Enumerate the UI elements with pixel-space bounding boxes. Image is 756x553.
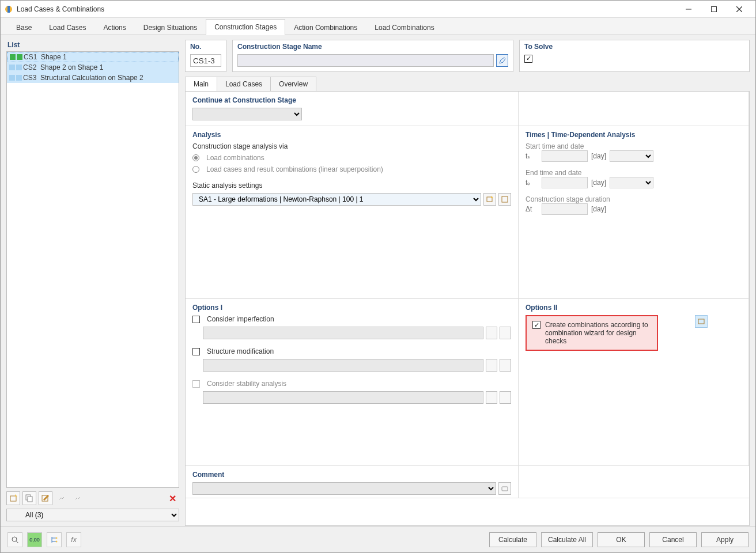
dtab-main[interactable]: Main [185,77,217,91]
stage-list[interactable]: CS1 Shape 1 CS2 Shape 2 on Shape 1 CS3 S… [6,51,179,488]
svg-rect-14 [502,196,508,202]
options1-section: Options I Consider imperfection Structur… [186,299,519,466]
list-item[interactable]: CS2 Shape 2 on Shape 1 [7,62,179,73]
edit-item-button[interactable] [39,491,52,505]
struct-edit-button[interactable] [500,359,511,372]
stab-label: Consider stability analysis [207,380,286,388]
delete-button[interactable]: ✕ [165,491,179,505]
solve-checkbox[interactable] [524,55,532,63]
comment-edit-button[interactable] [498,482,511,495]
ts-input[interactable] [542,150,588,162]
continue-select[interactable] [192,108,302,120]
radio-loadcases-row[interactable]: Load cases and result combinations (line… [192,165,511,173]
analysis-section: Analysis Construction stage analysis via… [186,126,519,299]
csvia-label: Construction stage analysis via [192,142,511,150]
svg-rect-16 [502,487,508,491]
window-title: Load Cases & Combinations [17,5,676,13]
units-icon-button[interactable]: 0,00 [27,532,42,547]
radio-loadcomb[interactable] [192,154,199,161]
imperf-new-button[interactable] [486,327,497,339]
imperf-edit-button[interactable] [500,327,511,339]
apply-button[interactable]: Apply [701,532,749,547]
dtab-loadcases[interactable]: Load Cases [217,77,271,91]
tree-icon-button[interactable] [47,532,62,547]
filter-select[interactable]: All (3) [6,509,179,521]
struct-input[interactable] [203,359,483,372]
ok-button[interactable]: OK [598,532,645,547]
createcomb-box: Create combinations according to combina… [526,315,658,351]
imperf-input[interactable] [203,327,483,339]
tab-stages[interactable]: Construction Stages [206,19,285,35]
options2-section: Options II Create combinations according… [519,299,749,466]
imperf-checkbox[interactable] [192,316,200,323]
svg-line-18 [16,541,18,543]
tab-loadcomb[interactable]: Load Combinations [366,20,443,35]
te-input[interactable] [542,177,588,188]
te-date-select[interactable] [610,177,653,188]
svg-marker-7 [15,494,17,497]
tab-base[interactable]: Base [7,20,40,35]
cancel-button[interactable]: Cancel [649,532,697,547]
svg-rect-9 [28,497,32,502]
link-button[interactable] [55,491,69,505]
dialog-window: Load Cases & Combinations Base Load Case… [0,0,756,553]
svg-marker-13 [491,196,493,198]
new-item-button[interactable] [6,491,20,505]
tstart-label: Start time and date [526,142,742,150]
app-icon [4,5,13,14]
list-item-code: CS1 [24,53,41,61]
svg-rect-3 [712,6,717,12]
solve-label: To Solve [524,43,744,51]
dt-input[interactable] [542,203,588,215]
filter-row: All (3) [6,509,179,526]
blank-section [519,92,749,126]
list-item-name: Shape 2 on Shape 1 [40,63,103,71]
maximize-button[interactable] [701,1,727,17]
struct-checkbox[interactable] [192,348,200,355]
createcomb-checkbox[interactable] [532,321,540,329]
edit-name-button[interactable] [496,54,508,67]
close-button[interactable] [727,1,752,17]
list-item[interactable]: CS1 Shape 1 [7,52,179,62]
search-icon-button[interactable] [7,532,22,547]
calculate-button[interactable]: Calculate [489,532,536,547]
dt-unit: [day] [591,205,606,213]
ts-symbol: tₛ [526,152,538,160]
dt-symbol: Δt [526,205,538,213]
struct-new-button[interactable] [486,359,497,372]
list-item[interactable]: CS3 Structural Calculation on Shape 2 [7,73,179,83]
tab-design[interactable]: Design Situations [135,20,206,35]
detail-body: Continue at Construction Stage Analysis … [185,92,750,526]
minimize-button[interactable] [676,1,701,17]
static-select[interactable]: SA1 - Large deformations | Newton-Raphso… [192,193,481,206]
fx-icon-button[interactable]: fx [66,532,81,547]
comment-select[interactable] [192,482,496,495]
name-field: Construction Stage Name [232,40,513,72]
list-toolbar: ✕ [6,488,179,509]
tab-loadcases[interactable]: Load Cases [40,20,94,35]
name-input[interactable] [237,54,494,67]
comment-section: Comment [186,466,519,498]
dialog-body: List CS1 Shape 1 CS2 Shape 2 on Shape 1 [1,35,755,526]
createcomb-settings-button[interactable] [695,315,708,328]
list-item-code: CS3 [23,74,40,82]
list-item-name: Shape 1 [41,53,67,61]
dtab-overview[interactable]: Overview [270,77,316,91]
ts-date-select[interactable] [610,150,653,162]
calculate-all-button[interactable]: Calculate All [541,532,593,547]
list-header: List [6,40,179,51]
tab-actcomb[interactable]: Action Combinations [285,20,366,35]
comment-header: Comment [192,471,511,479]
color-swatch-icon [9,75,15,81]
tab-actions[interactable]: Actions [94,20,134,35]
copy-item-button[interactable] [22,491,36,505]
radio-loadcomb-row[interactable]: Load combinations [192,154,511,162]
radio-loadcases[interactable] [192,166,199,173]
static-new-button[interactable] [483,193,496,206]
static-edit-button[interactable] [498,193,511,206]
unlink-button[interactable] [71,491,85,505]
list-item-name: Structural Calculation on Shape 2 [40,74,143,82]
no-input[interactable] [190,54,221,67]
color-swatch-icon [9,65,15,70]
te-unit: [day] [591,179,606,187]
